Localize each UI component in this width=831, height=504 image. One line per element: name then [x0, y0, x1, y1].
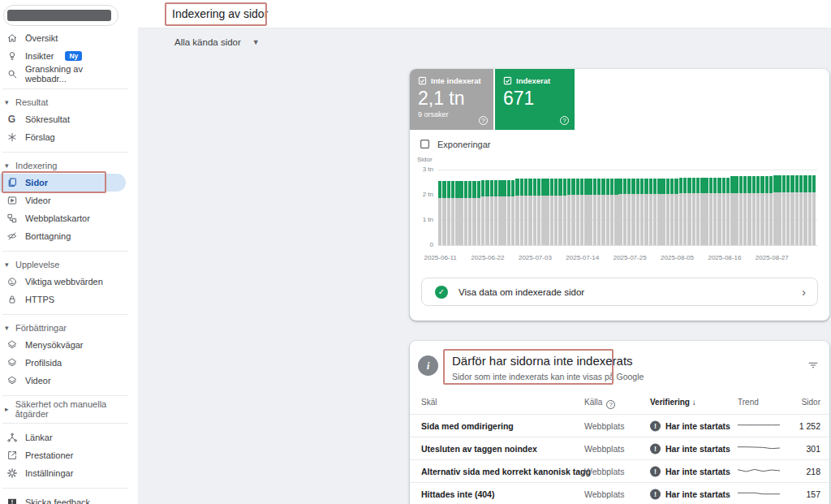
chart-bar[interactable] — [782, 175, 786, 245]
chart-bar[interactable] — [588, 179, 592, 245]
chart-bar[interactable] — [739, 176, 743, 245]
chart-bar[interactable] — [455, 181, 459, 245]
chart-bar[interactable] — [571, 179, 575, 245]
chart-bar[interactable] — [545, 179, 549, 245]
chart-bar[interactable] — [730, 176, 734, 245]
chart-bar[interactable] — [636, 179, 639, 245]
chart-bar[interactable] — [468, 181, 471, 245]
chart-bar[interactable] — [627, 179, 631, 245]
chart-bar[interactable] — [743, 176, 747, 245]
sidebar-item-webbplatskartor[interactable]: Webbplatskartor — [0, 209, 126, 227]
sidebar-item-insikter[interactable]: InsikterNy — [0, 47, 126, 65]
chart-bar[interactable] — [644, 179, 648, 245]
chart-bar[interactable] — [464, 181, 467, 245]
sidebar-section-resultat[interactable]: ▾Resultat — [0, 94, 138, 110]
chart-bar[interactable] — [687, 178, 691, 245]
sidebar-item-videor[interactable]: Videor — [0, 372, 126, 390]
chart-bar[interactable] — [777, 175, 781, 245]
chart-bar[interactable] — [696, 178, 700, 245]
chart-bar[interactable] — [451, 181, 454, 245]
filter-list-button[interactable] — [807, 359, 820, 375]
sidebar-section-upplevelse[interactable]: ▾Upplevelse — [0, 256, 138, 273]
chart-bar[interactable] — [666, 179, 670, 245]
chart-bar[interactable] — [704, 178, 708, 245]
help-icon[interactable]: ? — [560, 116, 569, 125]
column-header-source[interactable]: Källa? — [584, 398, 615, 409]
chart-bar[interactable] — [593, 179, 596, 245]
chart-bar[interactable] — [765, 176, 769, 245]
chart-bar[interactable] — [653, 179, 657, 245]
table-row-alternativ-sida-med-korrekt-kanonisk-tagg[interactable]: Alternativ sida med korrekt kanonisk tag… — [410, 459, 829, 482]
sidebar-item-sökresultat[interactable]: GSökresultat — [0, 110, 126, 128]
chart-bar[interactable] — [799, 175, 803, 245]
chart-bar[interactable] — [567, 179, 571, 245]
sidebar-section-förbättringar[interactable]: ▾Förbättringar — [0, 320, 138, 336]
chart-bar[interactable] — [520, 179, 523, 245]
chart-bar[interactable] — [498, 180, 502, 245]
chart-bar[interactable] — [812, 175, 816, 245]
chart-bar[interactable] — [580, 179, 583, 245]
sidebar-item-profilsida[interactable]: Profilsida — [0, 354, 126, 372]
chart-bar[interactable] — [692, 178, 695, 245]
table-row-utesluten-av-taggen-noindex[interactable]: Utesluten av taggen noindexWebbplats!Har… — [410, 437, 829, 459]
chart-bar[interactable] — [515, 179, 519, 245]
sidebar-item-förslag[interactable]: Förslag — [0, 128, 126, 146]
sidebar-item-länkar[interactable]: Länkar — [0, 429, 126, 446]
column-header-trend[interactable]: Trend — [738, 398, 759, 407]
chart-bar[interactable] — [717, 178, 721, 245]
chart-bar[interactable] — [649, 179, 652, 245]
not-indexed-tile[interactable]: Inte indexerat 2,1 tn 9 orsaker ? — [410, 69, 493, 130]
chart-bar[interactable] — [554, 179, 558, 245]
sidebar-item-sidor[interactable]: Sidor — [0, 174, 126, 192]
chart-bar[interactable] — [674, 179, 678, 245]
chart-bar[interactable] — [533, 179, 536, 245]
chart-bar[interactable] — [760, 176, 764, 245]
chart-bar[interactable] — [601, 179, 605, 245]
chart-bar[interactable] — [610, 179, 614, 245]
chart-bar[interactable] — [722, 178, 726, 245]
chart-bar[interactable] — [803, 175, 807, 245]
chart-bar[interactable] — [683, 178, 687, 245]
property-selector[interactable] — [3, 5, 118, 26]
indexed-tile[interactable]: Indexerat 671 ? — [495, 69, 575, 130]
sidebar-item-översikt[interactable]: Översikt — [0, 29, 126, 47]
column-header-pages[interactable]: Sidor — [802, 398, 820, 407]
chart-bar[interactable] — [618, 179, 622, 245]
chart-bar[interactable] — [485, 180, 489, 245]
chart-bar[interactable] — [726, 178, 730, 245]
chart-bar[interactable] — [786, 175, 790, 245]
chart-bar[interactable] — [752, 176, 756, 245]
chart-bar[interactable] — [734, 176, 738, 245]
chart-bar[interactable] — [614, 179, 618, 245]
sidebar-item-borttagning[interactable]: Borttagning — [0, 227, 126, 245]
table-row-hittades-inte-404[interactable]: Hittades inte (404)Webbplats!Har inte st… — [410, 482, 829, 504]
view-indexed-data-banner[interactable]: ✓ Visa data om indexerade sidor › — [421, 278, 818, 306]
chart-bar[interactable] — [747, 176, 751, 245]
chart-bar[interactable] — [670, 179, 674, 245]
chart-bar[interactable] — [447, 181, 450, 245]
chart-bar[interactable] — [558, 179, 562, 245]
sidebar-item-videor[interactable]: Videor — [0, 192, 126, 209]
chart-bar[interactable] — [524, 179, 527, 245]
chart-bar[interactable] — [550, 179, 553, 245]
chart-bar[interactable] — [709, 178, 713, 245]
sidebar-item-viktiga-webbvärden[interactable]: Viktiga webbvärden — [0, 273, 126, 291]
sidebar-item-inställningar[interactable]: Inställningar — [0, 464, 126, 482]
chart-bar[interactable] — [472, 181, 476, 245]
chart-bar[interactable] — [507, 180, 510, 245]
impressions-toggle[interactable]: Exponeringar — [420, 139, 490, 149]
chart-bar[interactable] — [623, 179, 626, 245]
chart-bar[interactable] — [606, 179, 609, 245]
chart-bar[interactable] — [713, 178, 717, 245]
chart-bar[interactable] — [597, 179, 601, 245]
chart-bar[interactable] — [640, 179, 644, 245]
chart-bar[interactable] — [756, 176, 760, 245]
sidebar-item-menysökvägar[interactable]: Menysökvägar — [0, 336, 126, 354]
chart-bar[interactable] — [528, 179, 532, 245]
chart-bar[interactable] — [769, 176, 773, 245]
chart-bar[interactable] — [563, 179, 566, 245]
page-filter-dropdown[interactable]: Alla kända sidor ▼ — [174, 37, 260, 47]
chart-bar[interactable] — [576, 179, 579, 245]
chart-bar[interactable] — [494, 180, 497, 245]
chart-bar[interactable] — [481, 180, 484, 245]
